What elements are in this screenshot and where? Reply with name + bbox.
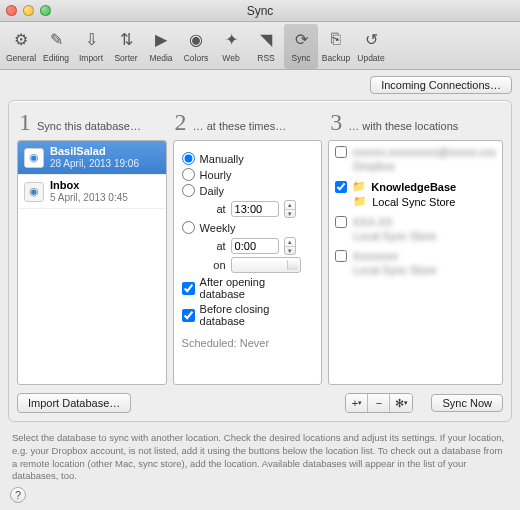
location-checkbox[interactable]: [335, 146, 347, 158]
step-number-2: 2: [175, 109, 187, 136]
col1-title: Sync this database…: [37, 120, 141, 132]
column-locations: 3 … with these locations xxxxxx.xxxxxxxx…: [328, 109, 503, 385]
blurred-location: xxxxxx.xxxxxxxxx@xxxxx.xxx: [352, 146, 496, 158]
help-text: Select the database to sync with another…: [0, 426, 520, 487]
daily-time-stepper[interactable]: ▲▼: [284, 200, 296, 218]
radio-daily[interactable]: Daily: [182, 184, 314, 197]
toolbar-update[interactable]: ↺Update: [354, 24, 388, 69]
radio-weekly[interactable]: Weekly: [182, 221, 314, 234]
checkbox-before-close[interactable]: Before closing database: [182, 303, 314, 327]
step-number-3: 3: [330, 109, 342, 136]
column-schedule: 2 … at these times… Manually Hourly Dail…: [173, 109, 323, 385]
toolbar-general[interactable]: ⚙General: [4, 24, 38, 69]
folder-icon: 📁: [353, 195, 367, 208]
checkbox-after-open[interactable]: After opening database: [182, 276, 314, 300]
location-action-button[interactable]: ✻▾: [390, 394, 412, 412]
close-window-button[interactable]: [6, 5, 17, 16]
toolbar-media[interactable]: ▶Media: [144, 24, 178, 69]
zoom-window-button[interactable]: [40, 5, 51, 16]
step-number-1: 1: [19, 109, 31, 136]
toolbar-backup[interactable]: ⎘Backup: [319, 24, 353, 69]
location-knowledgebase-label: KnowledgeBase: [371, 181, 456, 193]
blurred-sub: Local Sync Store: [353, 230, 436, 242]
toolbar-colors[interactable]: ◉Colors: [179, 24, 213, 69]
sync-now-button[interactable]: Sync Now: [431, 394, 503, 412]
scheduled-status: Scheduled: Never: [182, 337, 314, 349]
daily-time-input[interactable]: [231, 201, 279, 217]
database-icon: ◉: [24, 182, 44, 202]
toolbar-editing[interactable]: ✎Editing: [39, 24, 73, 69]
blurred-sub: Dropbox: [353, 160, 395, 172]
minimize-window-button[interactable]: [23, 5, 34, 16]
weekly-time-row: at ▲▼: [208, 237, 314, 255]
backup-icon: ⎘: [323, 26, 349, 52]
column-databases: 1 Sync this database… ◉BasilSalad28 Apri…: [17, 109, 167, 385]
help-button[interactable]: ?: [10, 487, 26, 503]
toolbar-web[interactable]: ✦Web: [214, 24, 248, 69]
database-icon: ◉: [24, 148, 44, 168]
weekly-day-popup[interactable]: [231, 257, 301, 273]
remove-location-button[interactable]: −: [368, 394, 390, 412]
location-knowledgebase-checkbox[interactable]: [335, 181, 347, 193]
rss-icon: ◥: [253, 26, 279, 52]
incoming-connections-button[interactable]: Incoming Connections…: [370, 76, 512, 94]
blurred-location: XXX-XX: [352, 216, 392, 228]
database-item[interactable]: ◉Inbox5 April, 2013 0:45: [18, 175, 166, 209]
window-controls: [6, 5, 51, 16]
location-knowledgebase-sub: Local Sync Store: [372, 196, 455, 208]
editing-icon: ✎: [43, 26, 69, 52]
web-icon: ✦: [218, 26, 244, 52]
media-icon: ▶: [148, 26, 174, 52]
blurred-sub: Local Sync Store: [353, 264, 436, 276]
toolbar-import[interactable]: ⇩Import: [74, 24, 108, 69]
sync-icon: ⟳: [288, 26, 314, 52]
schedule-options: Manually Hourly Daily at ▲▼ Weekly at ▲▼: [173, 140, 323, 385]
radio-hourly[interactable]: Hourly: [182, 168, 314, 181]
import-icon: ⇩: [78, 26, 104, 52]
weekly-day-row: on: [208, 257, 314, 273]
daily-time-row: at ▲▼: [208, 200, 314, 218]
col3-title: … with these locations: [348, 120, 458, 132]
locations-list[interactable]: xxxxxx.xxxxxxxxx@xxxxx.xxx Dropbox 📁Know…: [328, 140, 503, 385]
add-location-button[interactable]: +▾: [346, 394, 368, 412]
weekly-time-stepper[interactable]: ▲▼: [284, 237, 296, 255]
radio-manually[interactable]: Manually: [182, 152, 314, 165]
folder-icon: 📁: [352, 180, 366, 193]
blurred-location: Xxxxxxxx: [352, 250, 398, 262]
prefs-toolbar: ⚙General✎Editing⇩Import⇅Sorter▶Media◉Col…: [0, 22, 520, 70]
titlebar: Sync: [0, 0, 520, 22]
import-database-button[interactable]: Import Database…: [17, 393, 131, 413]
update-icon: ↺: [358, 26, 384, 52]
location-checkbox[interactable]: [335, 250, 347, 262]
toolbar-rss[interactable]: ◥RSS: [249, 24, 283, 69]
toolbar-sync[interactable]: ⟳Sync: [284, 24, 318, 69]
window-title: Sync: [0, 4, 520, 18]
sync-panel: 1 Sync this database… ◉BasilSalad28 Apri…: [8, 100, 512, 422]
toolbar-sorter[interactable]: ⇅Sorter: [109, 24, 143, 69]
location-controls: +▾ − ✻▾: [345, 393, 413, 413]
col2-title: … at these times…: [193, 120, 287, 132]
sorter-icon: ⇅: [113, 26, 139, 52]
general-icon: ⚙: [8, 26, 34, 52]
colors-icon: ◉: [183, 26, 209, 52]
location-checkbox[interactable]: [335, 216, 347, 228]
weekly-time-input[interactable]: [231, 238, 279, 254]
database-item[interactable]: ◉BasilSalad28 April, 2013 19:06: [18, 141, 166, 175]
database-list[interactable]: ◉BasilSalad28 April, 2013 19:06◉Inbox5 A…: [17, 140, 167, 385]
